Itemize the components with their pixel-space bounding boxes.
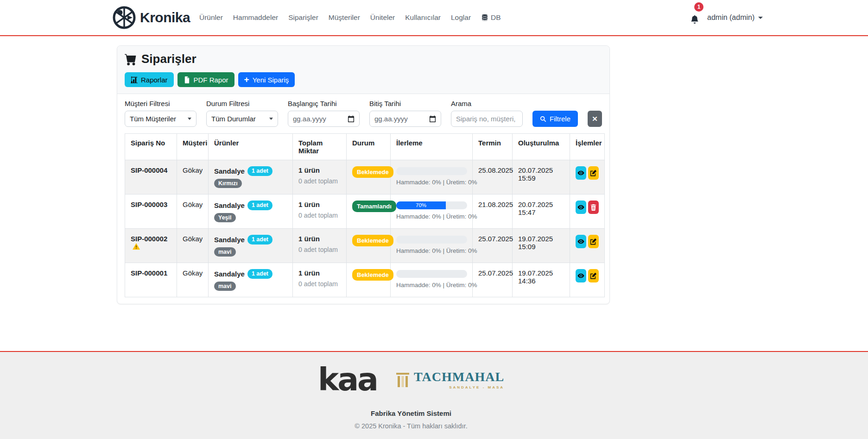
table-row: SIP-000004 Gökay Sandalye 1 adet Kırmızı…	[125, 160, 605, 194]
total-quantity: 0 adet toplam	[298, 246, 341, 253]
color-badge: mavi	[214, 282, 236, 291]
start-date-input[interactable]: gg.aa.yyyy	[288, 111, 360, 127]
view-button[interactable]	[576, 201, 586, 214]
brand[interactable]: Kronika	[112, 6, 190, 30]
footer-system-name: Fabrika Yönetim Sistemi	[0, 409, 822, 417]
edit-icon	[590, 272, 597, 279]
quantity-badge: 1 adet	[247, 269, 272, 279]
created-date: 19.07.2025 14:36	[518, 269, 553, 285]
pdf-report-button-label: PDF Rapor	[194, 76, 228, 84]
progress-caption: Hammadde: 0% | Üretim: 0%	[396, 179, 467, 186]
chevron-down-icon	[758, 17, 763, 19]
status-badge: Beklemede	[352, 235, 393, 246]
status-badge: Beklemede	[352, 269, 393, 281]
due-date: 21.08.2025	[478, 201, 513, 208]
quantity-badge: 1 adet	[247, 235, 272, 245]
page-title: Siparişler	[125, 52, 602, 66]
due-date: 25.08.2025	[478, 166, 513, 174]
file-pdf-icon	[184, 76, 190, 83]
notification-badge: 1	[694, 2, 703, 12]
col-header-due: Termin	[473, 134, 513, 160]
delete-button[interactable]	[588, 201, 599, 214]
edit-button[interactable]	[588, 166, 599, 180]
cart-icon	[125, 53, 137, 65]
trash-icon	[590, 204, 597, 211]
nav-item-siparisler[interactable]: Siparişler	[288, 13, 318, 22]
row-actions	[576, 166, 599, 180]
nav-item-db[interactable]: DB	[481, 13, 501, 22]
total-quantity: 0 adet toplam	[298, 212, 341, 219]
color-badge: mavi	[214, 247, 236, 257]
view-button[interactable]	[576, 166, 586, 180]
header-buttons: Raporlar PDF Rapor + Yeni Sipariş	[125, 72, 602, 87]
total-products: 1 ürün	[298, 166, 341, 174]
page-footer: kaa TACHMAHAL SANDALYE - MASA Fabrika Yö…	[0, 351, 868, 439]
color-badge: Yeşil	[214, 213, 236, 223]
col-header-created: Oluşturulma	[513, 134, 570, 160]
quantity-badge: 1 adet	[247, 166, 272, 176]
eye-icon	[577, 204, 584, 211]
nav-item-hammaddeler[interactable]: Hammaddeler	[233, 13, 278, 22]
end-date-placeholder: gg.aa.yyyy	[374, 115, 408, 123]
color-badge: Kırmızı	[214, 179, 242, 188]
row-actions	[576, 235, 599, 248]
tachmahal-logo-text: TACHMAHAL	[414, 370, 504, 384]
progress-bar	[396, 270, 467, 278]
total-quantity: 0 adet toplam	[298, 280, 341, 288]
col-header-actions: İşlemler	[570, 134, 605, 160]
edit-icon	[590, 238, 597, 245]
created-date: 20.07.2025 15:59	[518, 166, 553, 182]
progress-bar	[396, 167, 467, 175]
col-header-progress: İlerleme	[391, 134, 473, 160]
nav-item-urunler[interactable]: Ürünler	[199, 13, 223, 22]
clear-filters-button[interactable]: ✕	[588, 111, 602, 127]
footer-logos: kaa TACHMAHAL SANDALYE - MASA	[0, 364, 822, 395]
edit-button[interactable]	[588, 269, 599, 282]
kronika-logo-icon	[112, 6, 136, 30]
view-button[interactable]	[576, 235, 586, 248]
quantity-badge: 1 adet	[247, 201, 272, 210]
calendar-icon[interactable]	[348, 115, 355, 122]
total-quantity: 0 adet toplam	[298, 177, 341, 185]
new-order-button[interactable]: + Yeni Sipariş	[238, 72, 295, 87]
user-menu[interactable]: admin (admin)	[707, 13, 763, 22]
nav-item-uniteler[interactable]: Üniteler	[370, 13, 395, 22]
search-icon	[540, 116, 546, 122]
status-filter-label: Durum Filtresi	[206, 100, 278, 107]
product-name: Sandalye	[214, 270, 245, 278]
tachmahal-logo-subtext: SANDALYE - MASA	[414, 385, 504, 389]
filter-button[interactable]: Filtrele	[532, 111, 578, 127]
nav-item-kullanicilar[interactable]: Kullanıcılar	[405, 13, 441, 22]
order-number: SIP-000003	[131, 201, 167, 208]
reports-button[interactable]: Raporlar	[125, 72, 174, 87]
status-badge: Tamamlandı	[352, 201, 396, 212]
tachmahal-logo: TACHMAHAL SANDALYE - MASA	[396, 370, 504, 389]
view-button[interactable]	[576, 269, 586, 282]
progress-bar	[396, 236, 467, 244]
eye-icon	[577, 169, 584, 176]
orders-table: Sipariş No Müşteri Ürünler Toplam Miktar…	[125, 133, 605, 297]
search-field[interactable]	[451, 111, 523, 127]
kaa-logo: kaa	[318, 364, 377, 395]
search-input[interactable]	[456, 115, 518, 123]
orders-card-header: Siparişler Raporlar PDF Rapor + Yeni Sip…	[117, 46, 609, 94]
col-header-customer: Müşteri	[177, 134, 209, 160]
end-date-label: Bitiş Tarihi	[369, 100, 441, 107]
nav-item-musteriler[interactable]: Müşteriler	[329, 13, 360, 22]
reports-button-label: Raporlar	[141, 76, 168, 84]
main-nav: Ürünler Hammaddeler Siparişler Müşterile…	[199, 0, 501, 35]
product-name: Sandalye	[214, 201, 245, 209]
calendar-icon[interactable]	[429, 115, 436, 122]
end-date-input[interactable]: gg.aa.yyyy	[369, 111, 441, 127]
edit-button[interactable]	[588, 235, 599, 248]
status-filter-select[interactable]: Tüm Durumlar	[206, 111, 278, 127]
nav-item-loglar[interactable]: Loglar	[451, 13, 471, 22]
status-filter-value: Tüm Durumlar	[211, 115, 256, 123]
notifications-button[interactable]: 1	[691, 13, 700, 23]
customer-filter-select[interactable]: Tüm Müşteriler	[125, 111, 196, 127]
progress-bar-fill: 70%	[396, 201, 446, 209]
pdf-report-button[interactable]: PDF Rapor	[177, 72, 234, 87]
user-area: 1 admin (admin)	[691, 0, 763, 35]
edit-icon	[590, 169, 597, 176]
product-name: Sandalye	[214, 236, 245, 244]
